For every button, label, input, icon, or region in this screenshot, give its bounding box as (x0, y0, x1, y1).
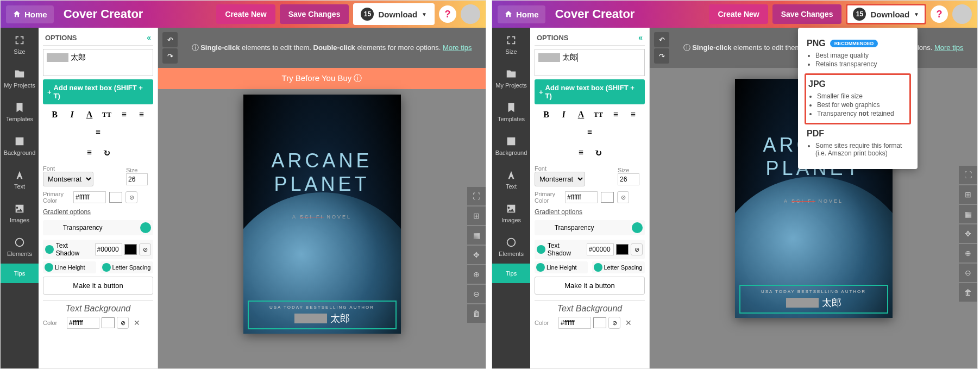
bg-color-swatch[interactable] (102, 317, 115, 328)
primary-color-swatch[interactable] (109, 192, 122, 203)
text-shadow-toggle[interactable]: Text Shadow ⊘ (535, 240, 645, 259)
dropdown-option-png[interactable]: PNGRECOMMENDED Best image quality Retain… (805, 34, 911, 73)
text-content-input[interactable]: 太郎 (43, 49, 153, 76)
eyedropper-button[interactable]: ✥ (959, 224, 977, 243)
make-button-button[interactable]: Make it a button (535, 277, 645, 295)
bg-color-swatch[interactable] (593, 317, 606, 328)
rotate-button[interactable]: ↻ (592, 146, 606, 160)
zoom-out-button[interactable]: ⊖ (959, 264, 977, 282)
bg-picker-button[interactable]: ⊘ (608, 317, 620, 329)
color-picker-button[interactable]: ⊘ (617, 191, 629, 203)
trash-button[interactable]: 🗑 (959, 283, 977, 302)
shadow-color-input[interactable] (95, 243, 122, 255)
redo-button[interactable]: ↷ (162, 48, 178, 64)
eyedropper-button[interactable]: ✥ (467, 246, 486, 264)
primary-color-input[interactable] (565, 191, 598, 203)
sidebar-item-tips[interactable]: Tips (492, 264, 530, 283)
shadow-picker-button[interactable]: ⊘ (631, 243, 643, 255)
close-button[interactable]: ✕ (623, 317, 635, 329)
zoom-in-button[interactable]: ⊕ (467, 265, 486, 284)
fullscreen-button[interactable]: ⛶ (467, 187, 486, 205)
transparency-toggle[interactable]: Transparency (535, 220, 645, 235)
bg-color-input[interactable] (558, 317, 591, 329)
book-cover-canvas[interactable]: ARCANEPLANET A SCI-FI NOVEL USA TODAY BE… (243, 95, 401, 334)
create-new-button[interactable]: Create New (709, 4, 768, 24)
user-avatar[interactable] (461, 4, 480, 24)
home-button[interactable]: Home (498, 5, 545, 23)
more-tips-link[interactable]: More tips (934, 43, 963, 52)
align-left-button[interactable]: ≡ (117, 108, 131, 122)
collapse-icon[interactable]: « (638, 33, 643, 42)
bold-button[interactable]: B (539, 108, 554, 122)
gradient-options-link[interactable]: Gradient options (43, 206, 153, 218)
transparency-toggle[interactable]: Transparency (43, 220, 153, 235)
undo-button[interactable]: ↶ (162, 32, 178, 47)
font-size-input[interactable] (618, 173, 639, 185)
redo-button[interactable]: ↷ (654, 48, 669, 64)
trash-button[interactable]: 🗑 (467, 304, 486, 323)
bg-picker-button[interactable]: ⊘ (117, 317, 129, 329)
align-justify-button[interactable]: ≡ (83, 146, 97, 160)
primary-color-input[interactable] (73, 191, 106, 203)
sidebar-item-background[interactable]: Background (492, 129, 530, 162)
font-select[interactable]: Montserrat (43, 172, 93, 186)
make-button-button[interactable]: Make it a button (43, 277, 153, 295)
line-height-slider[interactable]: Line Height (43, 261, 96, 273)
shadow-picker-button[interactable]: ⊘ (139, 243, 151, 255)
sidebar-item-size[interactable]: Size (1, 28, 39, 61)
collapse-icon[interactable]: « (147, 33, 151, 42)
gradient-options-link[interactable]: Gradient options (535, 206, 645, 218)
font-select[interactable]: Montserrat (535, 172, 585, 186)
author-textbox-selected[interactable]: USA TODAY BESTSELLING AUTHOR 太郎 (248, 301, 397, 329)
line-height-slider[interactable]: Line Height (535, 261, 588, 273)
cover-subtitle[interactable]: A SCI-FI NOVEL (735, 198, 893, 204)
more-tips-link[interactable]: More tips (443, 43, 472, 52)
close-button[interactable]: ✕ (131, 317, 143, 329)
download-button-highlighted[interactable]: 15 Download ▼ (846, 4, 926, 24)
grid-button[interactable]: ⊞ (959, 185, 977, 204)
text-shadow-toggle[interactable]: Text Shadow ⊘ (43, 240, 153, 259)
try-banner[interactable]: Try Before You Buy ⓘ (158, 68, 486, 89)
save-changes-button[interactable]: Save Changes (772, 4, 842, 24)
save-changes-button[interactable]: Save Changes (280, 4, 349, 24)
zoom-in-button[interactable]: ⊕ (959, 244, 977, 262)
sidebar-item-elements[interactable]: Elements (492, 230, 530, 264)
dropdown-option-jpg-highlighted[interactable]: JPG Smaller file size Best for web graph… (805, 73, 911, 124)
align-center-button[interactable]: ≡ (135, 108, 149, 122)
sidebar-item-text[interactable]: Text (1, 162, 39, 196)
rotate-button[interactable]: ↻ (100, 146, 114, 160)
zoom-out-button[interactable]: ⊖ (467, 285, 486, 303)
sidebar-item-projects[interactable]: My Projects (1, 61, 39, 95)
shadow-color-input[interactable] (587, 243, 614, 255)
text-content-input[interactable]: 太郎 (535, 49, 645, 76)
shadow-swatch[interactable] (616, 244, 629, 255)
letter-spacing-slider[interactable]: Letter Spacing (100, 261, 154, 273)
italic-button[interactable]: I (557, 108, 571, 122)
sidebar-item-background[interactable]: Background (1, 129, 39, 162)
help-button[interactable]: ? (931, 5, 948, 23)
color-picker-button[interactable]: ⊘ (125, 191, 137, 203)
align-right-button[interactable]: ≡ (583, 125, 597, 139)
add-textbox-button[interactable]: +Add new text box (SHIFT + T) (535, 79, 645, 104)
align-left-button[interactable]: ≡ (609, 108, 623, 122)
sidebar-item-templates[interactable]: Templates (1, 95, 39, 129)
undo-button[interactable]: ↶ (654, 32, 669, 47)
sidebar-item-templates[interactable]: Templates (492, 95, 530, 129)
letter-spacing-slider[interactable]: Letter Spacing (592, 261, 645, 273)
sidebar-item-projects[interactable]: My Projects (492, 61, 530, 95)
grid2-button[interactable]: ▦ (467, 226, 486, 245)
grid2-button[interactable]: ▦ (959, 205, 977, 223)
create-new-button[interactable]: Create New (216, 4, 275, 24)
cover-subtitle[interactable]: A SCI-FI NOVEL (243, 214, 401, 220)
user-avatar[interactable] (952, 4, 972, 24)
font-size-input[interactable] (126, 173, 148, 185)
sidebar-item-text[interactable]: Text (492, 162, 530, 196)
case-button[interactable]: TT (100, 108, 114, 122)
add-textbox-button[interactable]: +Add new text box (SHIFT + T) (43, 79, 153, 104)
sidebar-item-size[interactable]: Size (492, 28, 530, 61)
sidebar-item-images[interactable]: Images (1, 196, 39, 230)
italic-button[interactable]: I (65, 108, 79, 122)
align-right-button[interactable]: ≡ (91, 125, 105, 139)
home-button[interactable]: Home (6, 5, 54, 23)
underline-button[interactable]: A (83, 108, 97, 122)
